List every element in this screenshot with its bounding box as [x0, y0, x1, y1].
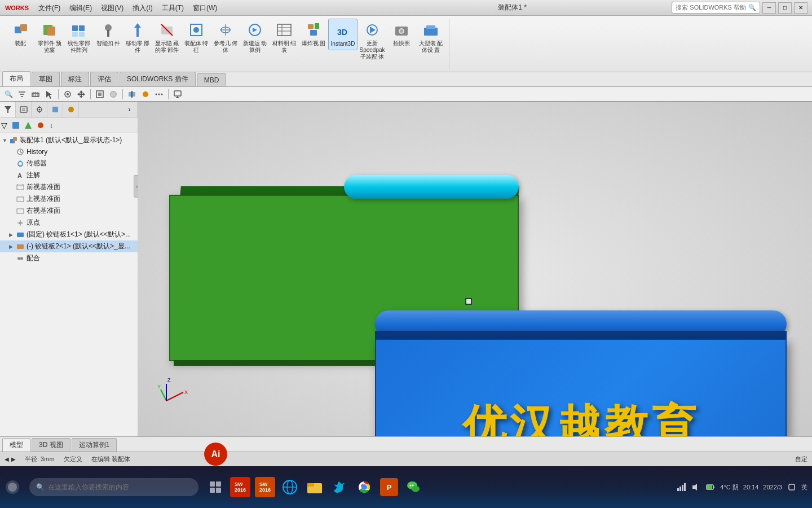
toolbar-btn-photo[interactable]: 拍快照 — [387, 19, 416, 49]
tray-notification-icon[interactable] — [787, 482, 797, 492]
panel-tab-properties[interactable] — [16, 102, 32, 117]
filter2-icon[interactable] — [16, 88, 28, 100]
tree-expand-collapsed2: ▶ — [9, 244, 16, 249]
tray-volume-icon[interactable] — [691, 482, 701, 492]
monitor-icon[interactable] — [171, 88, 184, 100]
toolbar-btn-hide-component[interactable]: 显示隐 藏的零 部件 — [152, 19, 182, 56]
tab-annotation[interactable]: 标注 — [61, 72, 89, 86]
taskbar-search[interactable]: 🔍 — [29, 478, 198, 496]
toolbar-btn-instant3d[interactable]: 3D Instant3D — [328, 19, 358, 50]
minimize-button[interactable]: ─ — [762, 2, 776, 14]
panel-tool-1[interactable] — [10, 119, 22, 132]
toolbar-btn-part-preview[interactable]: 零部件 预览窗 — [35, 19, 64, 56]
file-explorer-icon[interactable] — [303, 476, 326, 498]
toolbar-btn-new-motion[interactable]: 新建运 动算例 — [240, 19, 270, 56]
tree-item-sensor[interactable]: 传感器 — [0, 157, 138, 169]
tab-evaluate[interactable]: 评估 — [90, 72, 118, 86]
svg-text:↕: ↕ — [50, 122, 53, 130]
close-button[interactable]: ✕ — [794, 2, 807, 14]
menu-window[interactable]: 窗口(W) — [188, 0, 222, 16]
menu-edit[interactable]: 编辑(E) — [65, 0, 96, 16]
view-icon[interactable] — [94, 88, 106, 100]
toolbar-btn-reference-geom[interactable]: 参考几 何体 — [211, 19, 240, 56]
ai-label[interactable]: Ai — [204, 443, 227, 466]
btab-3dview[interactable]: 3D 视图 — [32, 438, 70, 452]
toolbar-divider-2 — [90, 89, 91, 99]
tree-item-part2[interactable]: ▶ (-) 铰链板2<1> (默认<<默认>_显... — [0, 240, 138, 252]
section-icon[interactable] — [126, 88, 138, 100]
toolbar-btn-smart-parts[interactable]: 线性零部 件阵列 — [64, 19, 94, 56]
tree-item-history[interactable]: History — [0, 146, 138, 157]
measure-icon[interactable] — [29, 88, 42, 100]
btab-model[interactable]: 模型 — [2, 438, 30, 452]
toolbar-btn-assembly[interactable]: 装配 — [6, 19, 35, 49]
menu-file[interactable]: 文件(F) — [34, 0, 65, 16]
maximize-button[interactable]: □ — [778, 2, 792, 14]
svg-point-64 — [68, 107, 74, 112]
tree-item-right-plane[interactable]: 右视基准面 — [0, 205, 138, 217]
panel-tab-display[interactable] — [47, 102, 63, 117]
toolbar-btn-large-assembly[interactable]: 大型装 配体设 置 — [416, 19, 445, 56]
svg-rect-98 — [216, 481, 221, 487]
tree-label-annotation: 注解 — [27, 170, 40, 180]
tab-mbd[interactable]: MBD — [197, 73, 227, 86]
snap-icon[interactable] — [61, 88, 74, 100]
3d-viewport[interactable]: 优汉越教育 X Y Z — [138, 102, 812, 452]
ie-icon[interactable] — [279, 476, 301, 498]
shade-icon[interactable] — [107, 88, 120, 100]
tree-item-mate[interactable]: 配合 — [0, 252, 138, 264]
twitter-bird-icon[interactable] — [328, 476, 351, 498]
scroll-right-btn[interactable]: ▶ — [11, 456, 16, 462]
origin-icon — [16, 218, 25, 227]
btab-motion[interactable]: 运动算例1 — [72, 438, 117, 452]
panel-tab-filter[interactable] — [0, 102, 16, 117]
menu-insert[interactable]: 插入(I) — [128, 0, 157, 16]
chrome-icon[interactable] — [353, 476, 376, 498]
panel-tab-appearance[interactable] — [63, 102, 79, 117]
tab-layout[interactable]: 布局 — [2, 71, 30, 86]
tree-item-annotation[interactable]: A 注解 — [0, 169, 138, 181]
tree-item-part1[interactable]: ▶ (固定) 铰链板1<1> (默认<<默认>... — [0, 229, 138, 240]
move-icon[interactable] — [75, 88, 87, 100]
toolbar-btn-explode-view[interactable]: 爆炸视 图 — [299, 19, 328, 49]
display-icon[interactable] — [139, 88, 152, 100]
toolbar-btn-assembly-features[interactable]: 装配体 特征 — [182, 19, 211, 56]
search-solidworks-help[interactable]: 搜索 SOLIDWORKS 帮助 🔍 — [672, 2, 760, 14]
svg-point-52 — [161, 93, 163, 95]
toolbar-btn-smart-fastener[interactable]: 智能扣 件 — [94, 19, 123, 49]
new-motion-icon — [246, 21, 264, 39]
tree-item-front-plane[interactable]: 前视基准面 — [0, 181, 138, 193]
solidworks-2016-icon[interactable]: SW2016 — [229, 476, 251, 498]
toolbar-btn-move-part[interactable]: 移动零 部件 — [123, 19, 152, 56]
tab-sketch[interactable]: 草图 — [32, 72, 60, 86]
menu-tools[interactable]: 工具(T) — [157, 0, 188, 16]
powerpoint-icon[interactable]: P — [378, 476, 400, 498]
start-button[interactable] — [1, 476, 24, 498]
panel-tab-config[interactable] — [32, 102, 47, 117]
tray-network-icon[interactable] — [676, 482, 686, 492]
part1-icon — [16, 230, 25, 239]
tree-item-assembly[interactable]: ▼ 装配体1 (默认<默认_显示状态-1>) — [0, 134, 138, 146]
tray-battery-icon[interactable] — [705, 482, 716, 492]
toolbar-btn-bom-table[interactable]: 材料明 细表 — [270, 19, 299, 56]
menu-view[interactable]: 视图(V) — [96, 0, 128, 16]
panel-tool-3[interactable] — [34, 119, 47, 132]
tab-solidworks-plugin[interactable]: SOLIDWORKS 插件 — [120, 72, 196, 86]
tree-item-top-plane[interactable]: 上视基准面 — [0, 193, 138, 205]
taskbar-search-input[interactable] — [48, 483, 192, 491]
more-icon[interactable] — [153, 88, 165, 100]
solidworks-alt-icon[interactable]: SW2016 — [254, 476, 276, 498]
panel-expand-button[interactable]: › — [122, 102, 138, 117]
scroll-left-btn[interactable]: ◀ — [5, 456, 9, 462]
panel-tool-2[interactable] — [22, 119, 34, 132]
hide-component-icon — [158, 21, 176, 39]
cursor-icon[interactable] — [43, 88, 55, 100]
panel-tool-4[interactable]: ↕ — [47, 119, 59, 132]
toolbar-btn-speedpak[interactable]: 更新 Speedpak 子装配 体 — [358, 19, 387, 63]
task-view-button[interactable] — [204, 476, 227, 498]
filter-icon[interactable]: 🔍 — [2, 88, 15, 100]
tree-item-origin[interactable]: 原点 — [0, 217, 138, 229]
svg-rect-86 — [17, 244, 24, 249]
feature-tree: ▼ 装配体1 (默认<默认_显示状态-1>) History 传感器 — [0, 133, 138, 452]
wechat-icon[interactable] — [403, 476, 425, 498]
